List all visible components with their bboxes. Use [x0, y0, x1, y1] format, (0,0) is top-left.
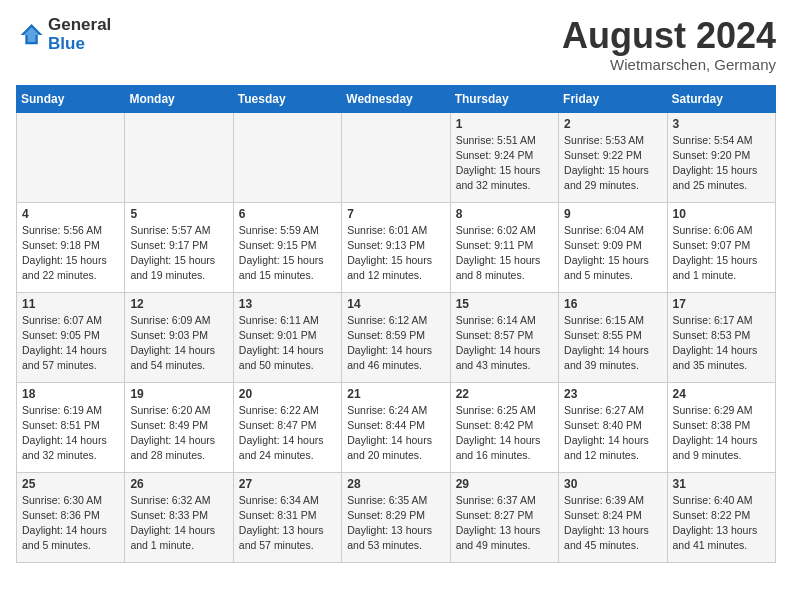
day-info: Sunrise: 5:56 AM Sunset: 9:18 PM Dayligh… — [22, 223, 119, 284]
calendar-cell: 29Sunrise: 6:37 AM Sunset: 8:27 PM Dayli… — [450, 472, 558, 562]
calendar-cell: 2Sunrise: 5:53 AM Sunset: 9:22 PM Daylig… — [559, 112, 667, 202]
calendar-cell — [125, 112, 233, 202]
day-info: Sunrise: 6:34 AM Sunset: 8:31 PM Dayligh… — [239, 493, 336, 554]
day-info: Sunrise: 6:04 AM Sunset: 9:09 PM Dayligh… — [564, 223, 661, 284]
day-info: Sunrise: 6:22 AM Sunset: 8:47 PM Dayligh… — [239, 403, 336, 464]
calendar-cell: 26Sunrise: 6:32 AM Sunset: 8:33 PM Dayli… — [125, 472, 233, 562]
logo-icon — [16, 21, 44, 49]
day-info: Sunrise: 6:30 AM Sunset: 8:36 PM Dayligh… — [22, 493, 119, 554]
day-number: 12 — [130, 297, 227, 311]
calendar-cell: 27Sunrise: 6:34 AM Sunset: 8:31 PM Dayli… — [233, 472, 341, 562]
day-number: 19 — [130, 387, 227, 401]
weekday-header-friday: Friday — [559, 85, 667, 112]
calendar-cell: 8Sunrise: 6:02 AM Sunset: 9:11 PM Daylig… — [450, 202, 558, 292]
day-number: 22 — [456, 387, 553, 401]
day-number: 7 — [347, 207, 444, 221]
calendar-cell: 11Sunrise: 6:07 AM Sunset: 9:05 PM Dayli… — [17, 292, 125, 382]
calendar-cell: 30Sunrise: 6:39 AM Sunset: 8:24 PM Dayli… — [559, 472, 667, 562]
day-info: Sunrise: 6:39 AM Sunset: 8:24 PM Dayligh… — [564, 493, 661, 554]
day-info: Sunrise: 5:51 AM Sunset: 9:24 PM Dayligh… — [456, 133, 553, 194]
day-number: 24 — [673, 387, 770, 401]
day-number: 30 — [564, 477, 661, 491]
calendar-cell — [17, 112, 125, 202]
day-number: 6 — [239, 207, 336, 221]
day-info: Sunrise: 5:53 AM Sunset: 9:22 PM Dayligh… — [564, 133, 661, 194]
week-row-5: 25Sunrise: 6:30 AM Sunset: 8:36 PM Dayli… — [17, 472, 776, 562]
day-number: 25 — [22, 477, 119, 491]
day-number: 31 — [673, 477, 770, 491]
logo-text: General Blue — [48, 16, 111, 53]
calendar-cell: 28Sunrise: 6:35 AM Sunset: 8:29 PM Dayli… — [342, 472, 450, 562]
calendar-cell: 5Sunrise: 5:57 AM Sunset: 9:17 PM Daylig… — [125, 202, 233, 292]
week-row-3: 11Sunrise: 6:07 AM Sunset: 9:05 PM Dayli… — [17, 292, 776, 382]
calendar-title: August 2024 — [562, 16, 776, 56]
calendar-cell: 14Sunrise: 6:12 AM Sunset: 8:59 PM Dayli… — [342, 292, 450, 382]
day-number: 21 — [347, 387, 444, 401]
day-number: 26 — [130, 477, 227, 491]
weekday-header-sunday: Sunday — [17, 85, 125, 112]
weekday-header-wednesday: Wednesday — [342, 85, 450, 112]
calendar-cell — [342, 112, 450, 202]
logo-blue: Blue — [48, 34, 85, 53]
calendar-table: SundayMondayTuesdayWednesdayThursdayFrid… — [16, 85, 776, 563]
weekday-header-monday: Monday — [125, 85, 233, 112]
week-row-4: 18Sunrise: 6:19 AM Sunset: 8:51 PM Dayli… — [17, 382, 776, 472]
calendar-cell: 10Sunrise: 6:06 AM Sunset: 9:07 PM Dayli… — [667, 202, 775, 292]
weekday-header-tuesday: Tuesday — [233, 85, 341, 112]
calendar-cell: 22Sunrise: 6:25 AM Sunset: 8:42 PM Dayli… — [450, 382, 558, 472]
calendar-cell: 15Sunrise: 6:14 AM Sunset: 8:57 PM Dayli… — [450, 292, 558, 382]
weekday-header-saturday: Saturday — [667, 85, 775, 112]
day-number: 18 — [22, 387, 119, 401]
day-number: 8 — [456, 207, 553, 221]
day-number: 17 — [673, 297, 770, 311]
day-number: 3 — [673, 117, 770, 131]
week-row-2: 4Sunrise: 5:56 AM Sunset: 9:18 PM Daylig… — [17, 202, 776, 292]
calendar-cell: 3Sunrise: 5:54 AM Sunset: 9:20 PM Daylig… — [667, 112, 775, 202]
day-info: Sunrise: 6:02 AM Sunset: 9:11 PM Dayligh… — [456, 223, 553, 284]
calendar-cell: 31Sunrise: 6:40 AM Sunset: 8:22 PM Dayli… — [667, 472, 775, 562]
calendar-cell: 18Sunrise: 6:19 AM Sunset: 8:51 PM Dayli… — [17, 382, 125, 472]
calendar-cell: 9Sunrise: 6:04 AM Sunset: 9:09 PM Daylig… — [559, 202, 667, 292]
day-number: 13 — [239, 297, 336, 311]
calendar-cell: 7Sunrise: 6:01 AM Sunset: 9:13 PM Daylig… — [342, 202, 450, 292]
day-number: 15 — [456, 297, 553, 311]
week-row-1: 1Sunrise: 5:51 AM Sunset: 9:24 PM Daylig… — [17, 112, 776, 202]
day-number: 29 — [456, 477, 553, 491]
calendar-cell: 20Sunrise: 6:22 AM Sunset: 8:47 PM Dayli… — [233, 382, 341, 472]
calendar-cell — [233, 112, 341, 202]
calendar-cell: 6Sunrise: 5:59 AM Sunset: 9:15 PM Daylig… — [233, 202, 341, 292]
day-info: Sunrise: 6:17 AM Sunset: 8:53 PM Dayligh… — [673, 313, 770, 374]
day-info: Sunrise: 6:15 AM Sunset: 8:55 PM Dayligh… — [564, 313, 661, 374]
calendar-cell: 24Sunrise: 6:29 AM Sunset: 8:38 PM Dayli… — [667, 382, 775, 472]
day-info: Sunrise: 6:07 AM Sunset: 9:05 PM Dayligh… — [22, 313, 119, 374]
day-info: Sunrise: 5:54 AM Sunset: 9:20 PM Dayligh… — [673, 133, 770, 194]
day-number: 2 — [564, 117, 661, 131]
calendar-subtitle: Wietmarschen, Germany — [562, 56, 776, 73]
day-number: 14 — [347, 297, 444, 311]
day-info: Sunrise: 6:29 AM Sunset: 8:38 PM Dayligh… — [673, 403, 770, 464]
day-info: Sunrise: 6:11 AM Sunset: 9:01 PM Dayligh… — [239, 313, 336, 374]
day-info: Sunrise: 5:57 AM Sunset: 9:17 PM Dayligh… — [130, 223, 227, 284]
day-number: 16 — [564, 297, 661, 311]
day-info: Sunrise: 6:37 AM Sunset: 8:27 PM Dayligh… — [456, 493, 553, 554]
day-info: Sunrise: 6:35 AM Sunset: 8:29 PM Dayligh… — [347, 493, 444, 554]
day-info: Sunrise: 6:01 AM Sunset: 9:13 PM Dayligh… — [347, 223, 444, 284]
day-info: Sunrise: 6:09 AM Sunset: 9:03 PM Dayligh… — [130, 313, 227, 374]
calendar-cell: 1Sunrise: 5:51 AM Sunset: 9:24 PM Daylig… — [450, 112, 558, 202]
page-header: General Blue August 2024 Wietmarschen, G… — [16, 16, 776, 73]
calendar-cell: 17Sunrise: 6:17 AM Sunset: 8:53 PM Dayli… — [667, 292, 775, 382]
day-info: Sunrise: 6:25 AM Sunset: 8:42 PM Dayligh… — [456, 403, 553, 464]
weekday-header-thursday: Thursday — [450, 85, 558, 112]
day-number: 20 — [239, 387, 336, 401]
logo-general: General — [48, 15, 111, 34]
day-number: 11 — [22, 297, 119, 311]
day-info: Sunrise: 6:32 AM Sunset: 8:33 PM Dayligh… — [130, 493, 227, 554]
title-block: August 2024 Wietmarschen, Germany — [562, 16, 776, 73]
calendar-cell: 23Sunrise: 6:27 AM Sunset: 8:40 PM Dayli… — [559, 382, 667, 472]
calendar-cell: 21Sunrise: 6:24 AM Sunset: 8:44 PM Dayli… — [342, 382, 450, 472]
day-number: 1 — [456, 117, 553, 131]
day-info: Sunrise: 6:40 AM Sunset: 8:22 PM Dayligh… — [673, 493, 770, 554]
day-number: 5 — [130, 207, 227, 221]
calendar-cell: 19Sunrise: 6:20 AM Sunset: 8:49 PM Dayli… — [125, 382, 233, 472]
calendar-cell: 4Sunrise: 5:56 AM Sunset: 9:18 PM Daylig… — [17, 202, 125, 292]
